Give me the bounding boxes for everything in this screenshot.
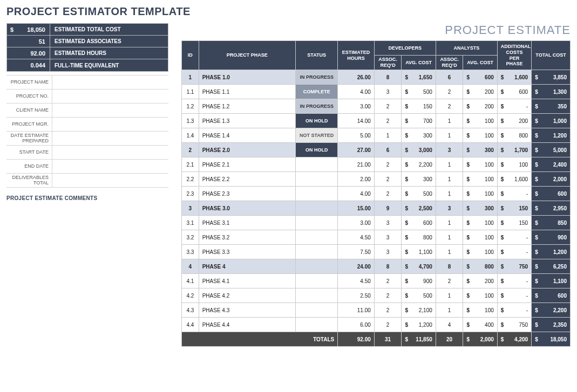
cell-status: NOT STARTED — [296, 128, 338, 143]
totals-dev-cost: 11,850 — [402, 332, 436, 347]
meta-value[interactable] — [52, 146, 168, 159]
meta-row: START DATE — [6, 146, 168, 160]
meta-value[interactable] — [52, 132, 168, 145]
table-row: 2PHASE 2.0ON HOLD27.0063,00033001,7005,0… — [182, 143, 571, 157]
cell-phase: PHASE 3.3 — [199, 245, 295, 259]
cell-dev-assoc: 6 — [374, 143, 402, 157]
meta-value[interactable] — [52, 160, 168, 173]
cell-additional: 600 — [497, 85, 531, 99]
cell-hours: 2.00 — [338, 172, 375, 187]
cell-ana-cost: 100 — [463, 288, 497, 303]
cell-status — [296, 274, 338, 288]
cell-status — [296, 230, 338, 245]
cell-id: 3.3 — [182, 245, 199, 259]
cell-additional: 1,600 — [497, 70, 531, 85]
cell-dev-cost: 300 — [402, 172, 436, 187]
estimate-title: PROJECT ESTIMATE — [181, 23, 571, 37]
hdr-status: STATUS — [296, 41, 338, 70]
hdr-developers: DEVELOPERS — [374, 41, 436, 56]
cell-phase: PHASE 4 — [199, 259, 295, 274]
totals-ana-cost: 2,000 — [463, 332, 497, 347]
cell-additional: - — [497, 303, 531, 318]
meta-label: PROJECT NAME — [6, 75, 52, 89]
cell-id: 2 — [182, 143, 199, 157]
cell-dev-cost: 900 — [402, 274, 436, 288]
cell-id: 1 — [182, 70, 199, 85]
cell-ana-assoc: 1 — [436, 216, 463, 230]
cell-ana-cost: 100 — [463, 216, 497, 230]
cell-dev-cost: 1,100 — [402, 245, 436, 259]
cell-id: 2.2 — [182, 172, 199, 187]
cell-additional: 200 — [497, 114, 531, 128]
cell-dev-cost: 500 — [402, 288, 436, 303]
cell-ana-cost: 200 — [463, 85, 497, 99]
cell-phase: PHASE 4.4 — [199, 318, 295, 332]
meta-value[interactable] — [52, 118, 168, 131]
cell-ana-assoc: 3 — [436, 143, 463, 157]
cell-ana-cost: 200 — [463, 99, 497, 114]
cell-ana-assoc: 1 — [436, 303, 463, 318]
cell-hours: 14.00 — [338, 114, 375, 128]
cell-id: 2.1 — [182, 157, 199, 172]
summary-value: 92.00 — [7, 47, 50, 59]
table-row: 1.4PHASE 1.4NOT STARTED5.00130011008001,… — [182, 128, 571, 143]
cell-hours: 21.00 — [338, 157, 375, 172]
cell-dev-cost: 1,200 — [402, 318, 436, 332]
cell-total: 1,100 — [532, 274, 571, 288]
table-row: 1.3PHASE 1.3ON HOLD14.00270011002001,000 — [182, 114, 571, 128]
meta-value[interactable] — [52, 90, 168, 103]
cell-status: IN PROGRESS — [296, 70, 338, 85]
cell-hours: 3.00 — [338, 216, 375, 230]
cell-dev-cost: 500 — [402, 85, 436, 99]
cell-status — [296, 216, 338, 230]
cell-ana-assoc: 1 — [436, 187, 463, 201]
summary-box: 18,050ESTIMATED TOTAL COST51ESTIMATED AS… — [6, 23, 168, 72]
cell-ana-assoc: 1 — [436, 288, 463, 303]
cell-ana-assoc: 1 — [436, 230, 463, 245]
cell-dev-cost: 700 — [402, 114, 436, 128]
comments-label: PROJECT ESTIMATE COMMENTS — [6, 195, 168, 201]
cell-phase: PHASE 3.2 — [199, 230, 295, 245]
cell-status — [296, 259, 338, 274]
meta-value[interactable] — [52, 75, 168, 89]
cell-dev-assoc: 8 — [374, 70, 402, 85]
cell-additional: 1,600 — [497, 172, 531, 187]
cell-id: 4.1 — [182, 274, 199, 288]
summary-value: 0.044 — [7, 59, 50, 71]
meta-value[interactable] — [52, 174, 168, 187]
cell-status — [296, 288, 338, 303]
cell-id: 3.1 — [182, 216, 199, 230]
hdr-analysts: ANALYSTS — [436, 41, 497, 56]
cell-phase: PHASE 2.0 — [199, 143, 295, 157]
cell-status — [296, 157, 338, 172]
cell-phase: PHASE 3.1 — [199, 216, 295, 230]
cell-status: COMPLETE — [296, 85, 338, 99]
meta-label: PROJECT NO. — [6, 90, 52, 103]
cell-hours: 27.00 — [338, 143, 375, 157]
cell-dev-cost: 150 — [402, 99, 436, 114]
summary-label: ESTIMATED TOTAL COST — [50, 24, 168, 35]
cell-id: 2.3 — [182, 187, 199, 201]
meta-label: CLIENT NAME — [6, 104, 52, 117]
status-badge: NOT STARTED — [296, 128, 337, 142]
meta-row: DELIVERABLES TOTAL — [6, 174, 168, 188]
meta-value[interactable] — [52, 104, 168, 117]
cell-id: 4.2 — [182, 288, 199, 303]
cell-ana-cost: 600 — [463, 70, 497, 85]
cell-ana-cost: 100 — [463, 187, 497, 201]
totals-row: TOTALS92.003111,850202,0004,20018,050 — [182, 332, 571, 347]
status-badge: COMPLETE — [296, 85, 337, 99]
cell-phase: PHASE 1.4 — [199, 128, 295, 143]
cell-dev-cost: 1,650 — [402, 70, 436, 85]
cell-dev-assoc: 2 — [374, 303, 402, 318]
cell-status — [296, 245, 338, 259]
cell-id: 4.4 — [182, 318, 199, 332]
cell-total: 3,850 — [532, 70, 571, 85]
table-row: 4.2PHASE 4.22.5025001100-600 — [182, 288, 571, 303]
summary-label: ESTIMATED HOURS — [50, 47, 168, 59]
table-row: 1PHASE 1.0IN PROGRESS26.0081,65066001,60… — [182, 70, 571, 85]
summary-row: 92.00ESTIMATED HOURS — [7, 47, 168, 59]
cell-ana-cost: 400 — [463, 318, 497, 332]
cell-phase: PHASE 2.2 — [199, 172, 295, 187]
summary-value: 18,050 — [7, 24, 50, 35]
